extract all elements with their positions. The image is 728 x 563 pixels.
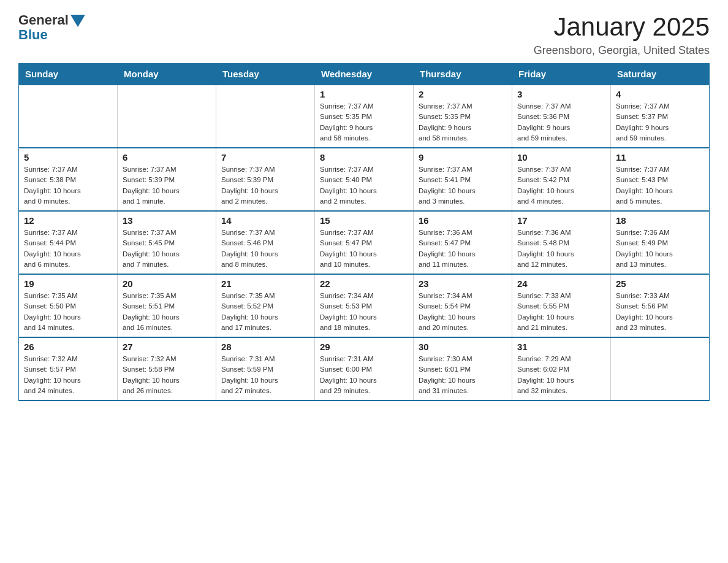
calendar-cell: 2Sunrise: 7:37 AM Sunset: 5:35 PM Daylig…: [414, 85, 512, 148]
day-number: 30: [419, 342, 507, 352]
week-row-2: 5Sunrise: 7:37 AM Sunset: 5:38 PM Daylig…: [19, 148, 710, 211]
day-info: Sunrise: 7:37 AM Sunset: 5:42 PM Dayligh…: [517, 164, 605, 207]
page-header: General Blue January 2025 Greensboro, Ge…: [18, 12, 710, 57]
day-number: 23: [419, 278, 507, 289]
day-number: 13: [123, 215, 211, 226]
column-header-thursday: Thursday: [414, 64, 512, 85]
day-number: 16: [419, 215, 507, 226]
day-number: 25: [616, 278, 704, 289]
day-number: 5: [24, 152, 112, 163]
calendar-cell: 21Sunrise: 7:35 AM Sunset: 5:52 PM Dayli…: [216, 274, 315, 337]
day-info: Sunrise: 7:35 AM Sunset: 5:52 PM Dayligh…: [221, 291, 309, 333]
day-info: Sunrise: 7:36 AM Sunset: 5:48 PM Dayligh…: [517, 228, 605, 270]
day-info: Sunrise: 7:37 AM Sunset: 5:43 PM Dayligh…: [616, 164, 704, 207]
day-number: 15: [320, 215, 408, 226]
calendar-cell: 26Sunrise: 7:32 AM Sunset: 5:57 PM Dayli…: [19, 337, 118, 400]
calendar-cell: 25Sunrise: 7:33 AM Sunset: 5:56 PM Dayli…: [611, 274, 710, 337]
calendar-cell: 7Sunrise: 7:37 AM Sunset: 5:39 PM Daylig…: [216, 148, 315, 211]
calendar-table: SundayMondayTuesdayWednesdayThursdayFrid…: [18, 63, 710, 401]
day-number: 22: [320, 278, 408, 289]
day-number: 9: [419, 152, 507, 163]
day-number: 8: [320, 152, 408, 163]
day-number: 1: [320, 89, 408, 99]
day-number: 17: [517, 215, 605, 226]
day-info: Sunrise: 7:37 AM Sunset: 5:35 PM Dayligh…: [320, 101, 408, 144]
logo-triangle-icon: [70, 15, 85, 27]
day-number: 7: [221, 152, 309, 163]
calendar-cell: [19, 85, 118, 148]
day-number: 3: [517, 89, 605, 99]
day-number: 2: [419, 89, 507, 99]
calendar-cell: [611, 337, 710, 400]
day-info: Sunrise: 7:29 AM Sunset: 6:02 PM Dayligh…: [517, 354, 605, 396]
day-info: Sunrise: 7:37 AM Sunset: 5:35 PM Dayligh…: [419, 101, 507, 144]
calendar-cell: 5Sunrise: 7:37 AM Sunset: 5:38 PM Daylig…: [19, 148, 118, 211]
calendar-cell: 1Sunrise: 7:37 AM Sunset: 5:35 PM Daylig…: [315, 85, 414, 148]
week-row-4: 19Sunrise: 7:35 AM Sunset: 5:50 PM Dayli…: [19, 274, 710, 337]
day-number: 18: [616, 215, 704, 226]
day-info: Sunrise: 7:35 AM Sunset: 5:51 PM Dayligh…: [123, 291, 211, 333]
calendar-cell: 13Sunrise: 7:37 AM Sunset: 5:45 PM Dayli…: [118, 211, 216, 274]
calendar-cell: 28Sunrise: 7:31 AM Sunset: 5:59 PM Dayli…: [216, 337, 315, 400]
calendar-cell: 12Sunrise: 7:37 AM Sunset: 5:44 PM Dayli…: [19, 211, 118, 274]
day-number: 19: [24, 278, 112, 289]
calendar-cell: 9Sunrise: 7:37 AM Sunset: 5:41 PM Daylig…: [414, 148, 512, 211]
day-info: Sunrise: 7:37 AM Sunset: 5:47 PM Dayligh…: [320, 228, 408, 270]
day-info: Sunrise: 7:37 AM Sunset: 5:38 PM Dayligh…: [24, 164, 112, 207]
column-header-wednesday: Wednesday: [315, 64, 414, 85]
day-number: 11: [616, 152, 704, 163]
day-info: Sunrise: 7:36 AM Sunset: 5:49 PM Dayligh…: [616, 228, 704, 270]
column-header-sunday: Sunday: [19, 64, 118, 85]
title-section: January 2025 Greensboro, Georgia, United…: [534, 12, 710, 57]
day-info: Sunrise: 7:30 AM Sunset: 6:01 PM Dayligh…: [419, 354, 507, 396]
day-number: 29: [320, 342, 408, 352]
day-number: 27: [123, 342, 211, 352]
calendar-cell: 22Sunrise: 7:34 AM Sunset: 5:53 PM Dayli…: [315, 274, 414, 337]
day-info: Sunrise: 7:37 AM Sunset: 5:39 PM Dayligh…: [123, 164, 211, 207]
day-info: Sunrise: 7:34 AM Sunset: 5:54 PM Dayligh…: [419, 291, 507, 333]
main-title: January 2025: [534, 12, 710, 42]
calendar-cell: 30Sunrise: 7:30 AM Sunset: 6:01 PM Dayli…: [414, 337, 512, 400]
day-info: Sunrise: 7:35 AM Sunset: 5:50 PM Dayligh…: [24, 291, 112, 333]
day-info: Sunrise: 7:32 AM Sunset: 5:57 PM Dayligh…: [24, 354, 112, 396]
day-info: Sunrise: 7:33 AM Sunset: 5:56 PM Dayligh…: [616, 291, 704, 333]
week-row-5: 26Sunrise: 7:32 AM Sunset: 5:57 PM Dayli…: [19, 337, 710, 400]
day-info: Sunrise: 7:37 AM Sunset: 5:39 PM Dayligh…: [221, 164, 309, 207]
day-number: 12: [24, 215, 112, 226]
logo: General Blue: [18, 12, 85, 43]
calendar-cell: 27Sunrise: 7:32 AM Sunset: 5:58 PM Dayli…: [118, 337, 216, 400]
day-info: Sunrise: 7:34 AM Sunset: 5:53 PM Dayligh…: [320, 291, 408, 333]
day-number: 24: [517, 278, 605, 289]
calendar-cell: 3Sunrise: 7:37 AM Sunset: 5:36 PM Daylig…: [512, 85, 611, 148]
calendar-cell: 24Sunrise: 7:33 AM Sunset: 5:55 PM Dayli…: [512, 274, 611, 337]
day-number: 4: [616, 89, 704, 99]
day-info: Sunrise: 7:36 AM Sunset: 5:47 PM Dayligh…: [419, 228, 507, 270]
calendar-cell: 4Sunrise: 7:37 AM Sunset: 5:37 PM Daylig…: [611, 85, 710, 148]
calendar-cell: 8Sunrise: 7:37 AM Sunset: 5:40 PM Daylig…: [315, 148, 414, 211]
day-number: 28: [221, 342, 309, 352]
column-header-friday: Friday: [512, 64, 611, 85]
day-info: Sunrise: 7:37 AM Sunset: 5:40 PM Dayligh…: [320, 164, 408, 207]
day-info: Sunrise: 7:37 AM Sunset: 5:46 PM Dayligh…: [221, 228, 309, 270]
day-number: 31: [517, 342, 605, 352]
calendar-cell: 29Sunrise: 7:31 AM Sunset: 6:00 PM Dayli…: [315, 337, 414, 400]
day-number: 14: [221, 215, 309, 226]
column-header-monday: Monday: [118, 64, 216, 85]
day-info: Sunrise: 7:37 AM Sunset: 5:37 PM Dayligh…: [616, 101, 704, 144]
column-header-saturday: Saturday: [611, 64, 710, 85]
calendar-cell: 17Sunrise: 7:36 AM Sunset: 5:48 PM Dayli…: [512, 211, 611, 274]
week-row-1: 1Sunrise: 7:37 AM Sunset: 5:35 PM Daylig…: [19, 85, 710, 148]
calendar-cell: 20Sunrise: 7:35 AM Sunset: 5:51 PM Dayli…: [118, 274, 216, 337]
calendar-cell: [216, 85, 315, 148]
day-info: Sunrise: 7:37 AM Sunset: 5:45 PM Dayligh…: [123, 228, 211, 270]
week-row-3: 12Sunrise: 7:37 AM Sunset: 5:44 PM Dayli…: [19, 211, 710, 274]
day-info: Sunrise: 7:32 AM Sunset: 5:58 PM Dayligh…: [123, 354, 211, 396]
calendar-cell: 15Sunrise: 7:37 AM Sunset: 5:47 PM Dayli…: [315, 211, 414, 274]
day-info: Sunrise: 7:37 AM Sunset: 5:36 PM Dayligh…: [517, 101, 605, 144]
calendar-cell: 16Sunrise: 7:36 AM Sunset: 5:47 PM Dayli…: [414, 211, 512, 274]
column-header-tuesday: Tuesday: [216, 64, 315, 85]
calendar-cell: 6Sunrise: 7:37 AM Sunset: 5:39 PM Daylig…: [118, 148, 216, 211]
logo-blue-text: Blue: [18, 27, 48, 43]
calendar-cell: 19Sunrise: 7:35 AM Sunset: 5:50 PM Dayli…: [19, 274, 118, 337]
day-info: Sunrise: 7:33 AM Sunset: 5:55 PM Dayligh…: [517, 291, 605, 333]
